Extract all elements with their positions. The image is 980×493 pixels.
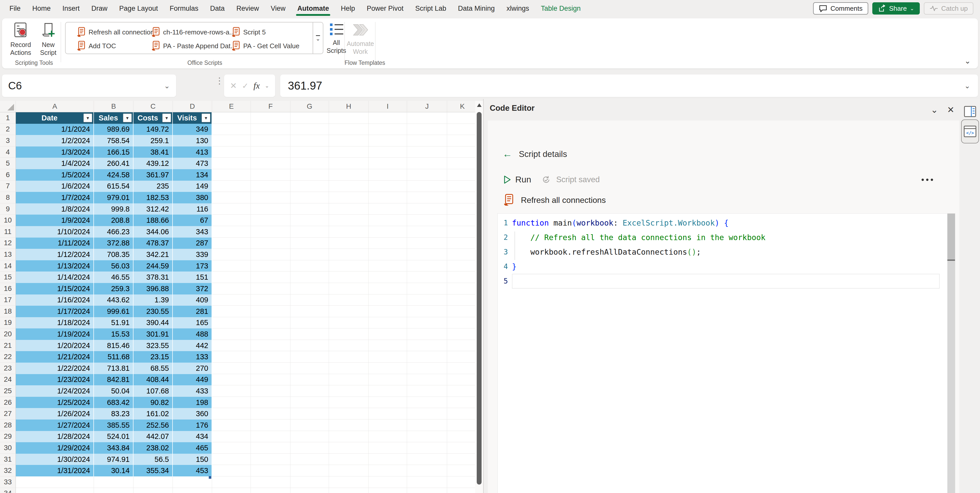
formula-bar-drag-handle[interactable]: ⋮: [215, 78, 224, 83]
empty-cell[interactable]: [212, 488, 251, 493]
empty-cell[interactable]: [290, 238, 329, 249]
table-cell[interactable]: 1/18/2024: [16, 317, 94, 329]
row-header-1[interactable]: 1: [0, 112, 16, 124]
empty-cell[interactable]: [369, 442, 407, 454]
empty-cell[interactable]: [212, 328, 251, 340]
empty-cell[interactable]: [290, 442, 329, 454]
empty-cell[interactable]: [447, 169, 478, 181]
empty-cell[interactable]: [329, 397, 369, 408]
column-header-J[interactable]: J: [407, 101, 447, 112]
table-cell[interactable]: 361.97: [134, 169, 173, 181]
table-header-cell[interactable]: Sales▾: [94, 112, 134, 124]
empty-cell[interactable]: [251, 374, 290, 386]
gallery-more-button[interactable]: ⌄: [313, 22, 323, 54]
table-cell[interactable]: 1/3/2024: [16, 146, 94, 158]
sheet-vertical-scrollbar[interactable]: [475, 101, 483, 493]
empty-cell[interactable]: [447, 408, 478, 420]
empty-cell[interactable]: [447, 124, 478, 135]
comments-button[interactable]: Comments: [813, 2, 868, 14]
empty-cell[interactable]: [94, 476, 134, 488]
table-cell[interactable]: 343.84: [94, 442, 134, 454]
empty-cell[interactable]: [447, 112, 478, 124]
empty-cell[interactable]: [369, 192, 407, 204]
gallery-script-item[interactable]: ch-116-remove-rows-a...: [151, 26, 235, 38]
empty-cell[interactable]: [290, 408, 329, 420]
table-cell[interactable]: 149: [173, 181, 212, 192]
empty-cell[interactable]: [329, 238, 369, 249]
empty-cell[interactable]: [407, 169, 447, 181]
table-cell[interactable]: 1/24/2024: [16, 385, 94, 397]
table-header-cell[interactable]: Costs▾: [134, 112, 173, 124]
row-header-28[interactable]: 28: [0, 420, 16, 431]
empty-cell[interactable]: [251, 340, 290, 351]
table-cell[interactable]: 713.81: [94, 363, 134, 374]
empty-cell[interactable]: [290, 146, 329, 158]
table-cell[interactable]: 323.55: [134, 340, 173, 351]
table-cell[interactable]: 385.55: [94, 420, 134, 431]
empty-cell[interactable]: [290, 158, 329, 169]
table-cell[interactable]: 238.02: [134, 442, 173, 454]
table-cell[interactable]: 166.15: [94, 146, 134, 158]
table-cell[interactable]: 270: [173, 363, 212, 374]
table-cell[interactable]: 134: [173, 169, 212, 181]
table-cell[interactable]: 1/31/2024: [16, 465, 94, 476]
empty-cell[interactable]: [369, 488, 407, 493]
code-editor[interactable]: 1function main(workbook: ExcelScript.Wor…: [497, 213, 955, 493]
empty-cell[interactable]: [212, 397, 251, 408]
empty-cell[interactable]: [290, 272, 329, 283]
row-header-5[interactable]: 5: [0, 158, 16, 169]
empty-cell[interactable]: [290, 385, 329, 397]
code-editor-pane-button[interactable]: </>: [961, 119, 979, 143]
tab-automate[interactable]: Automate: [291, 0, 335, 17]
empty-cell[interactable]: [251, 146, 290, 158]
table-cell[interactable]: 1/9/2024: [16, 215, 94, 226]
code-line[interactable]: 3 workbook.refreshAllDataConnections();: [498, 245, 947, 259]
empty-cell[interactable]: [290, 112, 329, 124]
run-icon[interactable]: [504, 175, 511, 184]
empty-cell[interactable]: [447, 476, 478, 488]
table-cell[interactable]: 30.14: [94, 465, 134, 476]
table-cell[interactable]: 1/7/2024: [16, 192, 94, 204]
table-cell[interactable]: 230.55: [134, 306, 173, 317]
empty-cell[interactable]: [290, 135, 329, 146]
empty-cell[interactable]: [407, 260, 447, 272]
empty-cell[interactable]: [290, 317, 329, 329]
table-cell[interactable]: 1/2/2024: [16, 135, 94, 146]
empty-cell[interactable]: [447, 420, 478, 431]
empty-cell[interactable]: [329, 215, 369, 226]
empty-cell[interactable]: [329, 408, 369, 420]
empty-cell[interactable]: [290, 260, 329, 272]
formula-bar-expand-icon[interactable]: ⌄: [964, 82, 970, 90]
table-cell[interactable]: 235: [134, 181, 173, 192]
table-cell[interactable]: 473: [173, 158, 212, 169]
empty-cell[interactable]: [329, 385, 369, 397]
share-button[interactable]: Share ⌄: [872, 2, 920, 14]
table-cell[interactable]: 38.41: [134, 146, 173, 158]
empty-cell[interactable]: [447, 181, 478, 192]
empty-cell[interactable]: [329, 476, 369, 488]
empty-cell[interactable]: [329, 135, 369, 146]
new-script-button[interactable]: New Script: [34, 21, 62, 57]
table-cell[interactable]: 758.54: [94, 135, 134, 146]
all-scripts-button[interactable]: All Scripts: [324, 21, 348, 55]
empty-cell[interactable]: [212, 226, 251, 238]
table-cell[interactable]: 815.46: [94, 340, 134, 351]
empty-cell[interactable]: [407, 226, 447, 238]
empty-cell[interactable]: [329, 272, 369, 283]
empty-cell[interactable]: [212, 169, 251, 181]
empty-cell[interactable]: [212, 158, 251, 169]
table-cell[interactable]: 281: [173, 306, 212, 317]
empty-cell[interactable]: [251, 476, 290, 488]
insert-function-icon[interactable]: fx: [253, 81, 260, 91]
row-header-12[interactable]: 12: [0, 238, 16, 249]
empty-cell[interactable]: [369, 476, 407, 488]
empty-cell[interactable]: [212, 465, 251, 476]
empty-cell[interactable]: [369, 158, 407, 169]
table-cell[interactable]: 198: [173, 397, 212, 408]
record-actions-button[interactable]: Record Actions: [6, 21, 35, 57]
table-cell[interactable]: 1/17/2024: [16, 306, 94, 317]
table-cell[interactable]: 413: [173, 146, 212, 158]
row-header-3[interactable]: 3: [0, 135, 16, 146]
empty-cell[interactable]: [407, 238, 447, 249]
empty-cell[interactable]: [407, 204, 447, 215]
